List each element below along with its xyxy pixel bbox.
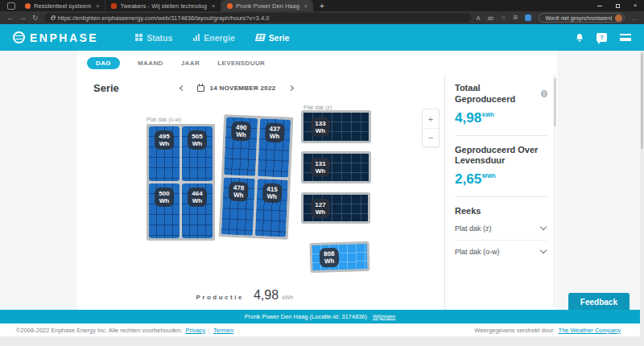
zoom-control: + − (422, 109, 440, 147)
back-icon[interactable]: ← (6, 14, 14, 22)
site-name: Pronk Power Den Haag (Locatie-Id: 317483… (245, 313, 367, 320)
series-row-plat-dak-ow[interactable]: Plat dak (o-w) (455, 241, 547, 263)
date-picker[interactable]: 14 NOVEMBER 2022 (197, 84, 275, 92)
status-grid-icon (135, 34, 142, 41)
sync-status-label: Wordt niet gesynchroniseerd (545, 15, 612, 21)
solar-panel[interactable]: 490Wh (224, 117, 258, 175)
solar-panel[interactable]: 437Wh (258, 118, 291, 177)
tab-title: Tweakers - Wij stellen technolog (120, 2, 207, 10)
card-scrollbar[interactable] (553, 75, 556, 307)
privacy-link[interactable]: Privacy (186, 327, 206, 334)
browser-address-bar: ← → ↻ https://enlighten.enphaseenergy.co… (0, 11, 644, 24)
url-input[interactable]: https://enlighten.enphaseenergy.com/web/… (44, 13, 471, 23)
group-label-ow: Plat dak (o-w) (147, 117, 181, 122)
close-tab-icon[interactable]: × (210, 3, 215, 9)
production-value: 4,98 kWh (254, 288, 294, 303)
zoom-in-button[interactable]: + (423, 109, 439, 128)
tab-title: Pronk Power Den Haag (236, 2, 299, 10)
stats-sidebar: Totaal Geproduceerd i 4,98kWh Geproducee… (444, 75, 557, 310)
close-tab-icon[interactable]: × (303, 3, 308, 9)
tab-levensduur[interactable]: LEVENSDUUR (217, 60, 265, 67)
nav-energie[interactable]: Energie (193, 33, 235, 43)
wijzigen-link[interactable]: Wijzigen (373, 313, 395, 320)
tab-dag[interactable]: DAG (87, 57, 120, 69)
tab-actions-icon[interactable] (7, 2, 15, 10)
profile-sync-pill[interactable]: Wordt niet gesynchroniseerd (539, 13, 625, 23)
app-header: ENPHASE Status Energie Serie ? (0, 24, 644, 51)
enphase-favicon (227, 3, 233, 9)
notifications-bell-icon[interactable] (576, 34, 584, 42)
browser-tab-2[interactable]: Tweakers - Wij stellen technolog × (105, 0, 221, 11)
nav-serie[interactable]: Serie (256, 33, 290, 43)
close-window-button[interactable]: × (626, 0, 644, 11)
period-tabs: DAG MAAND JAAR LEVENSDUUR (77, 51, 557, 75)
previous-day-icon[interactable] (180, 84, 185, 90)
divider (455, 135, 547, 136)
divider (455, 196, 547, 197)
weather-attribution: Weergegevens verstrekt door The Weather … (474, 327, 624, 334)
browser-scrollbar[interactable] (640, 51, 644, 336)
browser-tab-strip: Residentieel systeem × Tweakers - Wij st… (0, 0, 644, 11)
solar-panel[interactable]: 464Wh (182, 183, 213, 238)
copyright-text: ©2008-2022 Enphase Energy Inc. Alle rech… (16, 327, 183, 334)
window-controls: × (591, 0, 644, 11)
content-card: DAG MAAND JAAR LEVENSDUUR Serie 14 NOVEM… (77, 51, 557, 310)
help-icon[interactable]: ? (597, 33, 607, 42)
solar-panel-selected[interactable]: 808Wh (310, 241, 370, 273)
production-label: Productie (196, 294, 244, 301)
info-icon[interactable]: i (541, 90, 547, 97)
terms-link[interactable]: Termen (213, 327, 233, 334)
solar-panel[interactable]: 500Wh (149, 183, 180, 238)
tab-title: Residentieel systeem (34, 2, 91, 10)
date-navigation: 14 NOVEMBER 2022 (77, 84, 396, 92)
series-heading: Reeks (455, 206, 547, 217)
browser-menu-icon[interactable]: … (632, 15, 638, 21)
extension-icon[interactable] (525, 14, 531, 21)
solar-array-ow-2: 490Wh 437Wh 478Wh 415Wh (219, 114, 294, 240)
new-tab-button[interactable]: + (313, 2, 331, 10)
nav-status[interactable]: Status (135, 33, 172, 43)
footer: ©2008-2022 Enphase Energy Inc. Alle rech… (0, 323, 640, 336)
hamburger-menu-icon[interactable] (620, 34, 631, 41)
lifetime-produced-value: 2,65MWh (455, 171, 547, 187)
brand-name: ENPHASE (30, 31, 98, 44)
page-background: DAG MAAND JAAR LEVENSDUUR Serie 14 NOVEM… (0, 51, 640, 336)
enphase-logo-icon (13, 31, 25, 43)
tab-jaar[interactable]: JAAR (181, 60, 200, 67)
translate-icon[interactable]: ab (487, 15, 493, 21)
lifetime-produced-heading: Geproduceerd Over Levensduur (455, 145, 547, 167)
collections-icon[interactable]: ⊞ (514, 14, 518, 21)
forward-icon[interactable]: → (19, 14, 27, 22)
group-label-z: Plat dak (z) (303, 105, 332, 110)
solar-panel[interactable]: 505Wh (182, 126, 213, 181)
solar-panel[interactable]: 131Wh (301, 151, 371, 183)
solar-panel[interactable]: 415Wh (254, 179, 288, 237)
browser-tab-active[interactable]: Pronk Power Den Haag × (221, 0, 313, 11)
solar-panel[interactable]: 133Wh (301, 110, 371, 143)
weather-company-link[interactable]: The Weather Company (559, 327, 621, 334)
solar-panel[interactable]: 495Wh (149, 126, 180, 181)
avatar (615, 14, 622, 22)
minimize-button[interactable] (591, 0, 609, 11)
url-text: https://enlighten.enphaseenergy.com/web/… (58, 14, 270, 22)
calendar-icon (197, 85, 204, 92)
read-aloud-icon[interactable]: A (477, 15, 481, 21)
solar-panel[interactable]: 478Wh (221, 177, 255, 236)
close-tab-icon[interactable]: × (94, 3, 99, 9)
solar-panel[interactable]: 127Wh (301, 192, 370, 224)
zoom-out-button[interactable]: − (423, 128, 439, 146)
next-day-icon[interactable] (288, 84, 294, 90)
series-row-plat-dak-z[interactable]: Plat dak (z) (455, 217, 547, 240)
array-view: Serie 14 NOVEMBER 2022 Plat dak (o-w) 49… (77, 75, 444, 310)
enphase-favicon (25, 3, 31, 9)
favorite-star-icon[interactable]: ☆ (501, 14, 506, 21)
feedback-button[interactable]: Feedback (568, 293, 630, 311)
tweakers-favicon (111, 3, 117, 9)
maximize-button[interactable] (609, 0, 626, 11)
tab-maand[interactable]: MAAND (138, 60, 163, 67)
address-bar-icons: A ab ☆ ⊞ Wordt niet gesynchroniseerd … (477, 13, 638, 23)
refresh-icon[interactable]: ↻ (32, 14, 39, 22)
lock-icon (51, 17, 55, 20)
browser-tab-1[interactable]: Residentieel systeem × (19, 0, 105, 11)
enphase-logo[interactable]: ENPHASE (13, 31, 98, 44)
